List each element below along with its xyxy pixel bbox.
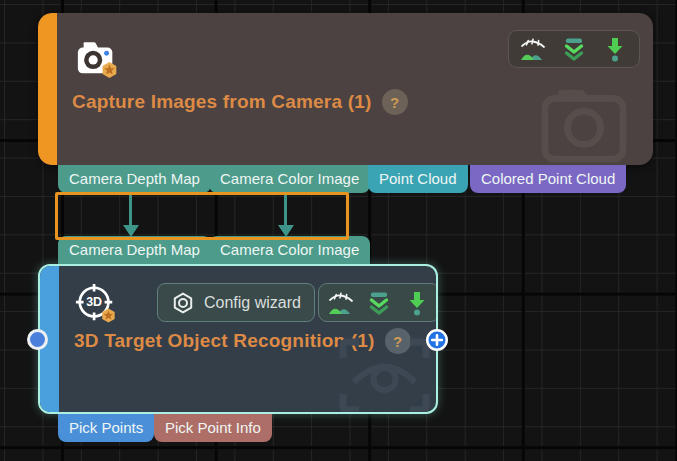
arrow-down-icon[interactable] [404, 290, 430, 316]
node-title: Capture Images from Camera (1) [72, 91, 372, 113]
node-input-connector[interactable] [27, 329, 48, 350]
camera-watermark-icon [540, 77, 628, 163]
output-port[interactable]: Camera Depth Map [58, 165, 211, 193]
capture-images-node[interactable]: Capture Images from Camera (1) ? [38, 13, 653, 165]
3d-target-icon: 3D [74, 282, 118, 326]
hexagon-gear-icon [171, 291, 195, 315]
connection-line [284, 194, 287, 226]
landscape-icon[interactable] [520, 36, 546, 62]
target-recognition-node[interactable]: 3D Config wizard [38, 264, 438, 414]
output-port[interactable]: Pick Points [58, 414, 154, 442]
connection-line [129, 194, 132, 226]
add-connection-icon[interactable] [426, 329, 448, 351]
output-port[interactable]: Colored Point Cloud [470, 165, 626, 193]
camera-icon [75, 37, 119, 81]
node-toolbar [318, 283, 438, 322]
selection-rectangle [55, 192, 349, 240]
node-graph-canvas[interactable]: Capture Images from Camera (1) ? [0, 0, 677, 461]
landscape-icon[interactable] [328, 290, 354, 316]
double-chevron-down-icon[interactable] [366, 290, 392, 316]
input-port[interactable]: Camera Color Image [209, 236, 370, 264]
config-wizard-label: Config wizard [204, 294, 301, 312]
input-port[interactable]: Camera Depth Map [58, 236, 211, 264]
node-toolbar [508, 30, 640, 68]
3d-icon-label: 3D [86, 295, 102, 309]
output-port[interactable]: Point Cloud [368, 165, 468, 193]
arrow-down-icon[interactable] [602, 36, 628, 62]
help-icon[interactable]: ? [382, 89, 408, 115]
node-accent-bar [38, 13, 57, 165]
node-title: 3D Target Object Recognition (1) [74, 330, 375, 352]
output-port[interactable]: Camera Color Image [209, 165, 370, 193]
output-port[interactable]: Pick Point Info [154, 414, 272, 442]
double-chevron-down-icon[interactable] [561, 36, 587, 62]
config-wizard-button[interactable]: Config wizard [157, 283, 315, 322]
recognition-watermark-icon [337, 336, 432, 414]
